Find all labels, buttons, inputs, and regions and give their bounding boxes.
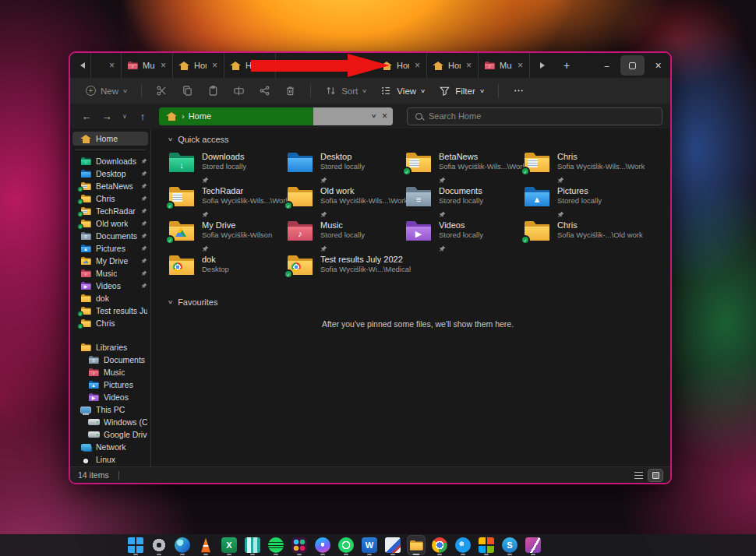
up-button[interactable]: ↑	[134, 107, 151, 125]
new-button[interactable]: + New ∨	[79, 83, 133, 99]
sidebar-item-videos[interactable]: ▶Videos	[70, 280, 150, 292]
sidebar-item-pictures[interactable]: ▲Pictures	[70, 378, 150, 391]
view-button[interactable]: View ∨	[374, 82, 431, 100]
quick-access-item-old-work[interactable]: ✓Old workSofia Wyciślik-Wils...\Work	[287, 184, 405, 218]
share-button[interactable]	[253, 82, 277, 100]
sidebar-item-downloads[interactable]: ↓Downloads	[70, 155, 150, 167]
sidebar-item-windows-c[interactable]: Windows (C:)	[70, 416, 150, 428]
recent-locations-button[interactable]: ∨	[118, 107, 131, 125]
sidebar-item-betanews[interactable]: ✓BetaNews	[70, 180, 150, 192]
sidebar-item-this-pc[interactable]: This PC	[70, 403, 150, 416]
quick-access-item-chris[interactable]: ✓ChrisSofia Wyciślik-Wils...\Work	[524, 150, 642, 184]
sidebar-item-home[interactable]: Home	[72, 132, 148, 146]
explorer-tab[interactable]: Hom×	[427, 53, 479, 78]
quick-access-item-my-drive[interactable]: ✓My DriveSofia Wyciślik-Wilson	[168, 218, 287, 252]
taskbar-slack-button[interactable]	[291, 536, 308, 554]
quick-access-item-chris[interactable]: ✓ChrisSofia Wyciślik-...\Old work	[524, 218, 642, 252]
sidebar-item-music[interactable]: ♪Music	[70, 366, 150, 378]
sidebar-item-chris[interactable]: ✓Chris	[70, 317, 150, 329]
quick-access-section-header[interactable]: ∨ Quick access	[168, 135, 670, 144]
taskbar-word-button[interactable]: W	[361, 536, 378, 554]
explorer-tab[interactable]: ♪Mus×	[479, 53, 530, 78]
filter-button[interactable]: Filter ∨	[433, 82, 490, 100]
scroll-tabs-left-button[interactable]	[75, 56, 90, 75]
tab-close-button[interactable]: ×	[210, 60, 219, 71]
taskbar-edge-button[interactable]	[174, 536, 191, 554]
quick-access-item-betanews[interactable]: ✓BetaNewsSofia Wyciślik-Wils...\Work	[405, 150, 524, 184]
taskbar-vlc-button[interactable]	[197, 536, 214, 554]
taskbar-whatsapp-button[interactable]	[337, 536, 355, 554]
sidebar-item-network[interactable]: Network	[70, 441, 150, 453]
sidebar-item-documents[interactable]: ≡Documents	[70, 354, 150, 366]
stop-navigation-button[interactable]: ×	[382, 111, 387, 121]
sidebar-item-chris[interactable]: ✓Chris	[70, 192, 150, 205]
copy-button[interactable]	[175, 82, 200, 100]
maximize-button[interactable]	[620, 55, 645, 76]
taskbar-notes-button[interactable]	[384, 536, 401, 554]
tab-close-button[interactable]: ×	[516, 60, 525, 71]
quick-access-item-downloads[interactable]: ↓DownloadsStored locally	[168, 150, 287, 184]
quick-access-item-dok[interactable]: dokDesktop	[168, 252, 287, 287]
forward-button[interactable]: →	[98, 107, 115, 125]
taskbar-excel-button[interactable]: X	[221, 536, 238, 554]
sidebar-item-test-results-july-2022[interactable]: ✓Test results July 2022	[70, 304, 150, 317]
sidebar-item-desktop[interactable]: Desktop	[70, 167, 150, 180]
scroll-tabs-right-button[interactable]	[535, 56, 550, 75]
tab-close-button[interactable]: ×	[413, 60, 422, 71]
rename-button[interactable]	[227, 82, 251, 100]
quick-access-item-music[interactable]: ♪MusicStored locally	[287, 218, 405, 252]
quick-access-item-desktop[interactable]: DesktopStored locally	[287, 150, 405, 184]
explorer-tab[interactable]: Hom×	[376, 53, 427, 78]
quick-access-item-videos[interactable]: ▶VideosStored locally	[405, 218, 524, 252]
taskbar-twitter-button[interactable]	[454, 536, 472, 554]
explorer-tab[interactable]: Hom×	[224, 53, 276, 78]
large-thumbnails-view-button[interactable]	[648, 470, 662, 481]
minimize-button[interactable]: –	[595, 53, 619, 78]
address-bar[interactable]: › Home ∨ ×	[159, 107, 393, 125]
favourites-section-header[interactable]: ∨ Favourites	[168, 297, 670, 307]
sidebar-item-music[interactable]: ♪Music	[70, 267, 150, 280]
taskbar-chrome-button[interactable]	[431, 536, 448, 554]
tab-close-button[interactable]: ×	[465, 60, 473, 71]
sidebar-item-libraries[interactable]: Libraries	[70, 341, 150, 354]
taskbar-spotify-button[interactable]	[267, 536, 284, 554]
details-view-button[interactable]	[631, 470, 645, 481]
quick-access-item-techradar[interactable]: ✓TechRadarSofia Wyciślik-Wils...\Work	[168, 184, 287, 218]
sidebar-item-old-work[interactable]: ✓Old work	[70, 217, 150, 230]
sidebar-item-videos[interactable]: ▶Videos	[70, 391, 150, 403]
sidebar-item-dok[interactable]: dok	[70, 292, 150, 304]
breadcrumb-home[interactable]: Home	[189, 111, 211, 121]
taskbar-start-button[interactable]	[127, 536, 144, 554]
paste-button[interactable]	[201, 82, 225, 100]
quick-access-item-test-results-july-2022[interactable]: ✓Test results July 2022Sofia Wyciślik-Wi…	[287, 252, 405, 287]
taskbar-store-button[interactable]	[478, 536, 495, 554]
back-button[interactable]: ←	[78, 107, 95, 125]
new-tab-button[interactable]: +	[556, 56, 577, 75]
sidebar-item-google-drive-g[interactable]: Google Drive (G:)	[70, 428, 150, 441]
quick-access-item-pictures[interactable]: ▲PicturesStored locally	[524, 184, 642, 218]
taskbar-file-explorer-button[interactable]	[408, 536, 425, 554]
close-button[interactable]: ×	[646, 53, 670, 78]
sort-button[interactable]: Sort ∨	[319, 82, 373, 100]
cut-button[interactable]	[150, 82, 174, 100]
more-options-button[interactable]	[507, 82, 531, 100]
tab-close-button[interactable]: ×	[159, 60, 168, 71]
taskbar-settings-button[interactable]	[150, 536, 168, 554]
taskbar-video-editor-button[interactable]	[525, 536, 542, 554]
delete-button[interactable]	[278, 82, 302, 100]
sidebar-item-my-drive[interactable]: My Drive	[70, 255, 150, 267]
tab-close-button[interactable]: ×	[108, 60, 116, 71]
sidebar-item-techradar[interactable]: ✓TechRadar	[70, 205, 150, 217]
explorer-tab[interactable]: ♪Mus×	[122, 53, 173, 78]
taskbar-buildings-button[interactable]	[244, 536, 261, 554]
explorer-tab[interactable]: Hom×	[173, 53, 224, 78]
taskbar-messenger-button[interactable]	[314, 536, 331, 554]
sidebar-item-documents[interactable]: ≡Documents	[70, 230, 150, 242]
search-box[interactable]	[407, 107, 662, 125]
tab-close-button[interactable]: ×	[262, 60, 270, 71]
explorer-tab[interactable]: ×	[90, 53, 122, 78]
sidebar-item-pictures[interactable]: ▲Pictures	[70, 242, 150, 255]
sidebar-item-linux[interactable]: Linux	[70, 453, 150, 466]
taskbar-skype-button[interactable]: S	[501, 536, 518, 554]
quick-access-item-documents[interactable]: ≡DocumentsStored locally	[405, 184, 524, 218]
